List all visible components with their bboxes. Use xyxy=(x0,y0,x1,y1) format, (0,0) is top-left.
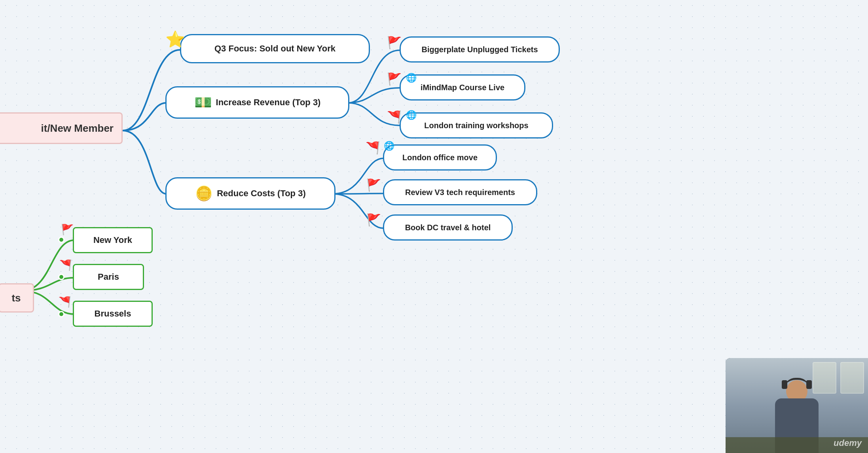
brussels-node[interactable]: Brussels xyxy=(73,301,153,327)
money-icon: 💵 xyxy=(194,94,212,111)
green-flag-biggerplate: 🚩 xyxy=(387,36,402,49)
london-training-node[interactable]: London training workshops xyxy=(400,112,553,138)
partial-left-node: ts xyxy=(0,283,34,313)
green-flag-new-york: 🚩 xyxy=(61,224,74,236)
green-flag-book-dc: 🚩 xyxy=(366,213,381,227)
red-flag-london-training: 🚩 xyxy=(387,110,402,124)
increase-revenue-node[interactable]: 💵 Increase Revenue (Top 3) xyxy=(165,86,349,119)
paris-node[interactable]: Paris xyxy=(73,264,144,290)
new-york-node[interactable]: New York xyxy=(73,227,153,253)
biggerplate-node[interactable]: Biggerplate Unplugged Tickets xyxy=(400,36,560,63)
globe-icon-imindmap: 🌐 xyxy=(406,73,417,83)
red-flag-brussels: 🚩 xyxy=(59,296,71,308)
webcam-overlay: udemy xyxy=(726,358,868,453)
imindmap-node[interactable]: iMindMap Course Live xyxy=(400,74,525,100)
globe-icon-london-training: 🌐 xyxy=(406,110,417,120)
central-node: it/New Member xyxy=(0,112,123,144)
london-office-node[interactable]: London office move xyxy=(383,144,497,171)
review-v3-node[interactable]: Review V3 tech requirements xyxy=(383,179,537,205)
q3-focus-node[interactable]: Q3 Focus: Sold out New York xyxy=(180,34,370,63)
dot-brussels xyxy=(58,311,64,317)
red-flag-paris: 🚩 xyxy=(59,259,72,271)
red-flag-london-office: 🚩 xyxy=(366,141,380,155)
book-dc-node[interactable]: Book DC travel & hotel xyxy=(383,214,513,241)
dot-new-york xyxy=(58,237,64,243)
reduce-costs-node[interactable]: 🪙 Reduce Costs (Top 3) xyxy=(165,177,335,210)
green-flag-imindmap: 🚩 xyxy=(387,72,402,86)
globe-icon-london-office: 🌐 xyxy=(384,141,394,151)
udemy-logo: udemy xyxy=(834,438,862,448)
star-icon: ⭐ xyxy=(165,30,185,49)
coins-icon: 🪙 xyxy=(195,185,213,202)
green-flag-review-v3: 🚩 xyxy=(366,178,381,192)
dot-paris xyxy=(58,274,64,280)
